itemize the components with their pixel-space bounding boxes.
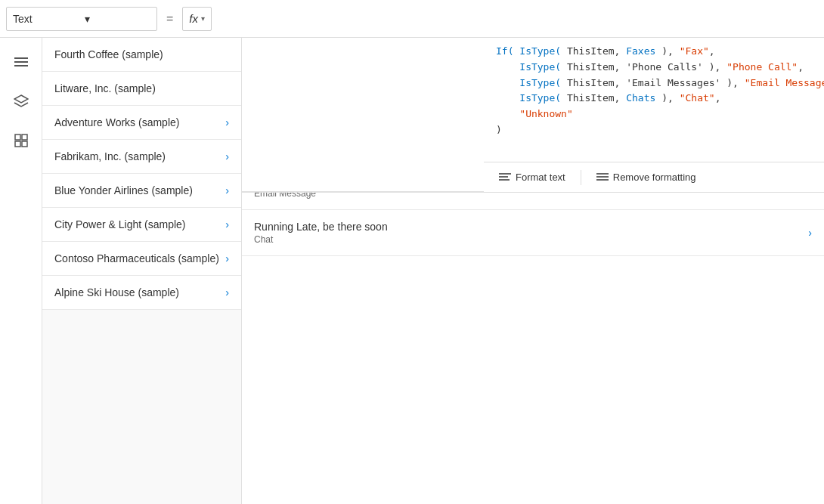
- list-item-label: Contoso Pharmaceuticals (sample): [54, 252, 219, 264]
- formula-overlay: If( IsType( ThisItem, Faxes ), "Fax", Is…: [242, 38, 824, 193]
- chevron-right-icon: ›: [225, 218, 229, 230]
- list-item[interactable]: Fabrikam, Inc. (sample)›: [42, 140, 241, 174]
- formula-area[interactable]: If( IsType( ThisItem, Faxes ), "Fax", Is…: [484, 38, 824, 162]
- list-item: Fourth Coffee (sample): [42, 38, 241, 72]
- remove-formatting-label: Remove formatting: [613, 172, 696, 183]
- svg-rect-4: [15, 135, 20, 140]
- list-item[interactable]: Adventure Works (sample)›: [42, 106, 241, 140]
- chevron-right-icon: ›: [225, 252, 229, 264]
- list-item[interactable]: Blue Yonder Airlines (sample)›: [42, 174, 241, 208]
- chevron-right-icon: ›: [225, 116, 229, 128]
- format-text-button[interactable]: Format text: [490, 169, 575, 186]
- sidebar-icon-grid[interactable]: [9, 128, 33, 153]
- equals-sign: =: [163, 12, 176, 26]
- svg-marker-3: [14, 95, 28, 103]
- chevron-right-icon: ›: [808, 227, 812, 239]
- svg-rect-7: [22, 141, 27, 147]
- detail-item-title: Running Late, be there soon: [254, 221, 808, 233]
- detail-item-subtitle: Chat: [254, 234, 808, 245]
- top-bar: Text ▾ = fx ▾: [0, 0, 824, 38]
- chevron-right-icon: ›: [225, 286, 229, 298]
- list-item-label: Alpine Ski House (sample): [54, 286, 179, 298]
- list-item-label: Fabrikam, Inc. (sample): [54, 150, 166, 162]
- formula-toolbar: Format text Remove formatting: [484, 162, 824, 193]
- sidebar-icon-menu[interactable]: [9, 50, 33, 74]
- list-item[interactable]: Alpine Ski House (sample)›: [42, 276, 241, 310]
- format-text-label: Format text: [516, 172, 565, 183]
- list-item[interactable]: City Power & Light (sample)›: [42, 208, 241, 242]
- text-field-dropdown[interactable]: Text ▾: [6, 7, 157, 31]
- fx-button[interactable]: fx ▾: [182, 7, 212, 31]
- remove-formatting-button[interactable]: Remove formatting: [587, 169, 705, 186]
- chevron-right-icon: ›: [225, 184, 229, 196]
- fx-chevron-icon: ▾: [201, 14, 205, 23]
- list-item-label: Blue Yonder Airlines (sample): [54, 184, 193, 196]
- list-item-label: Adventure Works (sample): [54, 116, 179, 128]
- sidebar-icon-layers[interactable]: [9, 89, 33, 113]
- chevron-right-icon: ›: [225, 150, 229, 162]
- fx-icon: fx: [189, 12, 198, 25]
- detail-item[interactable]: Running Late, be there soonChat›: [242, 210, 824, 256]
- list-item-label: City Power & Light (sample): [54, 218, 186, 230]
- svg-rect-5: [22, 135, 27, 140]
- toolbar-divider: [581, 170, 581, 185]
- list-item[interactable]: Contoso Pharmaceuticals (sample)›: [42, 242, 241, 276]
- list-item: Litware, Inc. (sample): [42, 72, 241, 106]
- chevron-down-icon: ▾: [85, 13, 150, 25]
- list-panel: Fourth Coffee (sample)Litware, Inc. (sam…: [42, 38, 242, 504]
- text-field-label: Text: [13, 13, 79, 25]
- svg-rect-6: [15, 141, 20, 147]
- left-sidebar: [0, 38, 42, 504]
